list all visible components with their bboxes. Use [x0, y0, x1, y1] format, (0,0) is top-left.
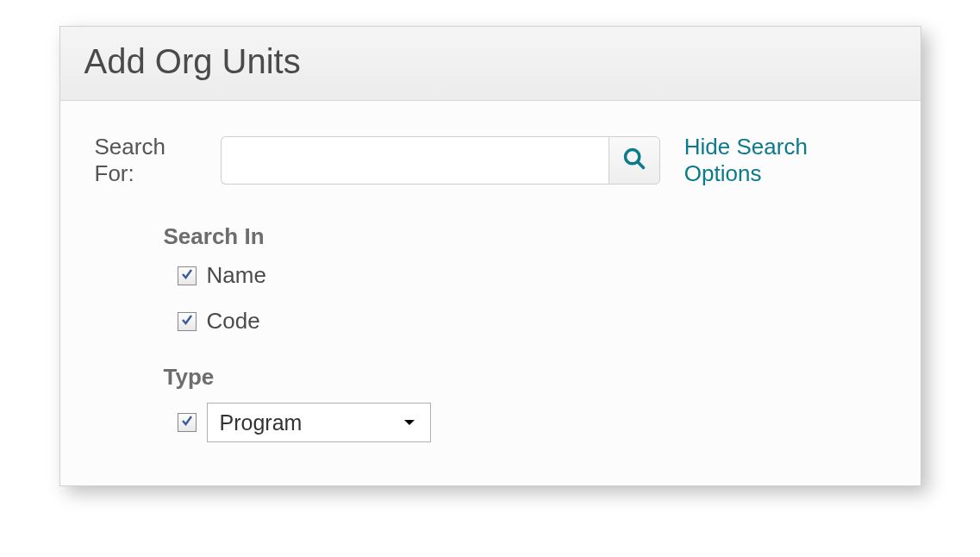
search-for-label: Search For:: [95, 134, 209, 187]
type-checkbox[interactable]: [178, 413, 197, 432]
hide-search-options-link[interactable]: Hide Search Options: [684, 134, 886, 187]
type-heading: Type: [164, 364, 886, 391]
search-input-group: [221, 136, 660, 185]
search-in-code-row: Code: [178, 308, 886, 335]
search-button[interactable]: [609, 136, 660, 185]
chevron-down-icon: [403, 415, 416, 430]
type-row: Program: [178, 403, 886, 442]
type-select-value: Program: [220, 410, 303, 435]
dialog-title: Add Org Units: [84, 42, 896, 81]
check-icon: [180, 414, 194, 431]
type-select[interactable]: Program: [207, 403, 431, 442]
search-icon: [622, 147, 646, 174]
code-checkbox[interactable]: [178, 312, 197, 331]
code-checkbox-label: Code: [207, 308, 260, 335]
search-input[interactable]: [221, 136, 609, 185]
dialog-body: Search For: Hide Search Options Search I…: [60, 101, 921, 485]
search-row: Search For: Hide Search Options: [95, 134, 886, 187]
check-icon: [180, 267, 194, 285]
svg-line-1: [638, 162, 643, 167]
search-options-block: Search In Name Code Type: [164, 223, 886, 442]
check-icon: [180, 313, 194, 330]
name-checkbox[interactable]: [178, 266, 197, 285]
add-org-units-dialog: Add Org Units Search For: Hide Search Op…: [59, 26, 921, 486]
dialog-header: Add Org Units: [60, 27, 921, 101]
search-in-heading: Search In: [164, 223, 886, 250]
type-block: Type Program: [164, 364, 886, 442]
search-in-name-row: Name: [178, 262, 886, 289]
name-checkbox-label: Name: [207, 262, 266, 289]
